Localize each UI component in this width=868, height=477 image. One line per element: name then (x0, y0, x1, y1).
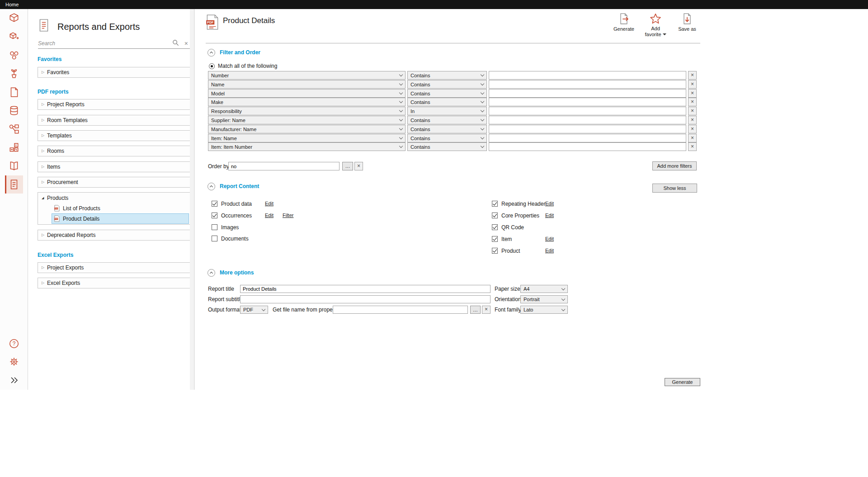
help-icon[interactable]: ? (5, 335, 23, 353)
database-icon[interactable] (5, 102, 23, 120)
filter-field-select[interactable]: Make (208, 98, 406, 106)
remove-filter-button[interactable]: × (688, 98, 697, 106)
filter-value-input[interactable] (489, 89, 686, 98)
filter-operator-select[interactable]: Contains (407, 89, 487, 98)
file-name-property-input[interactable] (333, 306, 468, 314)
remove-filter-button[interactable]: × (688, 116, 697, 124)
search-input[interactable] (38, 40, 172, 47)
font-family-select[interactable]: Lato (520, 306, 568, 314)
remove-filter-button[interactable]: × (688, 71, 697, 80)
spheres-icon[interactable] (5, 46, 23, 64)
filter-operator-select[interactable]: Contains (407, 116, 487, 124)
collapse-section-button[interactable] (208, 183, 215, 190)
filter-field-select[interactable]: Supplier: Name (208, 116, 406, 124)
filter-operator-select[interactable]: Contains (407, 134, 487, 142)
filter-field-select[interactable]: Item: Item Number (208, 142, 406, 151)
occurrences-checkbox[interactable] (212, 213, 217, 218)
edit-link[interactable]: Edit (265, 201, 274, 206)
sidebar-item-procurement[interactable]: Procurement (38, 177, 190, 188)
filter-value-input[interactable] (489, 80, 686, 89)
output-format-select[interactable]: PDF (240, 306, 268, 314)
filter-operator-select[interactable]: Contains (407, 142, 487, 151)
filter-field-select[interactable]: Model (208, 89, 406, 98)
collapse-section-button[interactable] (208, 49, 215, 57)
remove-filter-button[interactable]: × (688, 134, 697, 142)
report-title-input[interactable] (240, 285, 491, 293)
remove-filter-button[interactable]: × (688, 142, 697, 151)
book-icon[interactable] (5, 157, 23, 175)
remove-filter-button[interactable]: × (688, 80, 697, 89)
generate-button[interactable]: Generate (665, 378, 700, 386)
item-checkbox[interactable] (492, 236, 498, 242)
filter-value-input[interactable] (489, 107, 686, 115)
box-icon[interactable] (5, 9, 23, 27)
paper-size-select[interactable]: A4 (520, 285, 568, 293)
edit-link[interactable]: Edit (545, 236, 554, 241)
filter-field-select[interactable]: Manufacturer: Name (208, 125, 406, 133)
order-by-clear-button[interactable]: × (354, 162, 363, 170)
show-less-button[interactable]: Show less (652, 184, 697, 193)
add-favorite-action[interactable]: Add favorite (643, 13, 668, 38)
edit-link[interactable]: Edit (545, 213, 554, 218)
sidebar-item-templates[interactable]: Templates (38, 130, 190, 141)
expand-icon[interactable] (5, 371, 23, 389)
filter-operator-select[interactable]: In (407, 107, 487, 115)
order-by-input[interactable] (228, 162, 340, 170)
search-icon[interactable] (172, 39, 179, 47)
order-by-browse-button[interactable]: … (342, 162, 353, 170)
sidebar-item-project-exports[interactable]: Project Exports (38, 262, 190, 273)
sidebar-item-list-of-products[interactable]: PDF List of Products (52, 203, 189, 213)
remove-filter-button[interactable]: × (688, 125, 697, 133)
plant-icon[interactable] (5, 65, 23, 83)
vertical-scrollbar[interactable] (190, 9, 193, 390)
core-properties-checkbox[interactable] (492, 213, 498, 218)
flowchart-icon[interactable] (5, 120, 23, 138)
filter-value-input[interactable] (489, 134, 686, 142)
filter-link[interactable]: Filter (283, 213, 293, 218)
filter-value-input[interactable] (489, 71, 686, 80)
remove-filter-button[interactable]: × (688, 89, 697, 98)
sidebar-item-product-details[interactable]: PDF Product Details (52, 213, 189, 224)
filter-field-select[interactable]: Item: Name (208, 134, 406, 142)
product-data-checkbox[interactable] (212, 201, 217, 207)
filter-operator-select[interactable]: Contains (407, 98, 487, 106)
documents-checkbox[interactable] (212, 236, 217, 241)
document-icon[interactable] (5, 83, 23, 101)
generate-action[interactable]: Generate (612, 13, 636, 38)
sidebar-item-excel-exports[interactable]: Excel Exports (38, 278, 190, 288)
filter-field-select[interactable]: Responsibility (208, 107, 406, 115)
product-checkbox[interactable] (492, 248, 498, 254)
repeating-header-checkbox[interactable] (492, 201, 498, 207)
sidebar-item-favorites[interactable]: Favorites (38, 67, 190, 78)
report-subtitle-input[interactable] (240, 295, 491, 303)
search-clear-icon[interactable]: × (184, 40, 188, 47)
filter-field-select[interactable]: Number (208, 71, 406, 80)
file-name-clear-button[interactable]: × (482, 306, 491, 314)
match-all-radio[interactable] (209, 63, 215, 69)
filter-value-input[interactable] (489, 116, 686, 124)
images-checkbox[interactable] (212, 224, 217, 230)
settings-icon[interactable] (5, 353, 23, 371)
remove-filter-button[interactable]: × (688, 107, 697, 115)
filter-operator-select[interactable]: Contains (407, 125, 487, 133)
filter-operator-select[interactable]: Contains (407, 71, 487, 80)
filter-value-input[interactable] (489, 142, 686, 151)
file-name-browse-button[interactable]: … (470, 306, 481, 314)
reports-icon[interactable] (5, 175, 23, 194)
sidebar-item-room-templates[interactable]: Room Templates (38, 115, 190, 126)
edit-link[interactable]: Edit (265, 213, 274, 218)
orientation-select[interactable]: Portrait (520, 295, 568, 303)
filter-field-select[interactable]: Name (208, 80, 406, 89)
sidebar-item-rooms[interactable]: Rooms (38, 146, 190, 156)
save-as-action[interactable]: Save as (675, 13, 699, 38)
filter-operator-select[interactable]: Contains (407, 80, 487, 89)
sidebar-item-project-reports[interactable]: Project Reports (38, 99, 190, 110)
qr-code-checkbox[interactable] (492, 224, 498, 230)
edit-link[interactable]: Edit (545, 248, 554, 253)
collapse-section-button[interactable] (208, 269, 215, 277)
add-more-filters-button[interactable]: Add more filters (652, 161, 697, 170)
sidebar-item-products[interactable]: Products (38, 193, 190, 203)
box-arrow-icon[interactable] (5, 28, 23, 46)
sidebar-item-deprecated-reports[interactable]: Deprecated Reports (38, 230, 190, 241)
filter-value-input[interactable] (489, 98, 686, 106)
